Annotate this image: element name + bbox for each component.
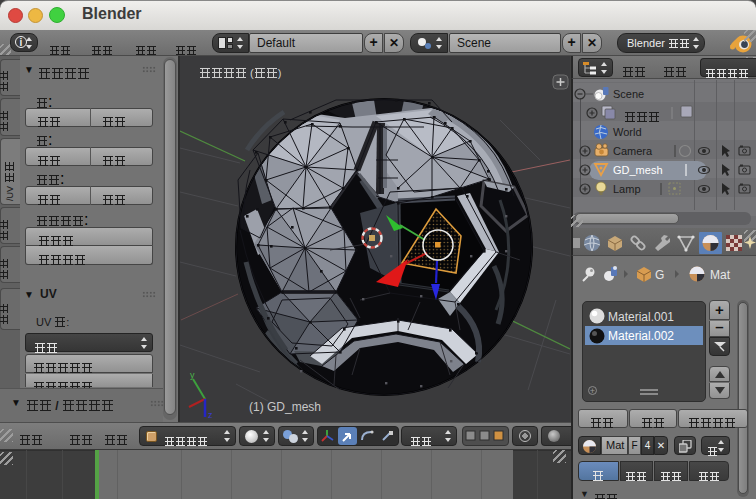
svg-text:Mat: Mat: [710, 268, 731, 282]
svg-text:Scene: Scene: [613, 88, 644, 100]
svg-text:World: World: [613, 126, 642, 138]
svg-text:z: z: [208, 410, 213, 420]
svg-text:Lamp: Lamp: [613, 183, 641, 195]
svg-text:G: G: [655, 268, 664, 282]
svg-text:y: y: [190, 370, 195, 380]
svg-text:Camera: Camera: [613, 145, 653, 157]
svg-text:GD_mesh: GD_mesh: [613, 164, 663, 176]
